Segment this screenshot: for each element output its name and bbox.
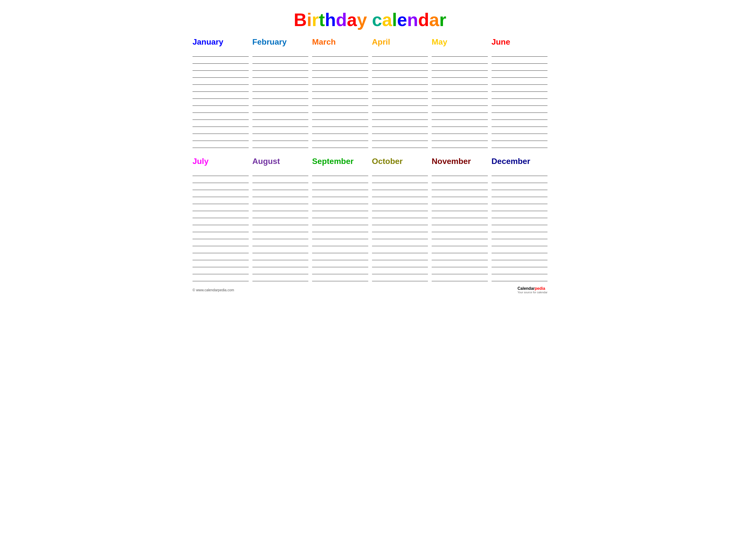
write-line[interactable] <box>192 134 249 141</box>
write-line[interactable] <box>253 211 308 218</box>
write-line[interactable] <box>372 99 428 106</box>
write-line[interactable] <box>432 253 488 260</box>
write-line[interactable] <box>253 134 308 141</box>
write-line[interactable] <box>312 183 368 190</box>
write-line[interactable] <box>372 232 428 239</box>
write-line[interactable] <box>491 218 548 225</box>
write-line[interactable] <box>192 239 249 246</box>
write-line[interactable] <box>372 92 428 99</box>
write-line[interactable] <box>192 197 249 204</box>
write-line[interactable] <box>432 50 488 57</box>
write-line[interactable] <box>312 176 368 183</box>
write-line[interactable] <box>312 232 368 239</box>
write-line[interactable] <box>253 50 308 57</box>
write-line[interactable] <box>372 204 428 211</box>
write-line[interactable] <box>491 190 548 197</box>
write-line[interactable] <box>491 57 548 64</box>
write-line[interactable] <box>253 113 308 120</box>
write-line[interactable] <box>253 274 308 281</box>
write-line[interactable] <box>192 274 249 281</box>
write-line[interactable] <box>491 50 548 57</box>
write-line[interactable] <box>432 239 488 246</box>
write-line[interactable] <box>372 120 428 127</box>
write-line[interactable] <box>372 183 428 190</box>
write-line[interactable] <box>432 71 488 78</box>
write-line[interactable] <box>253 106 308 113</box>
write-line[interactable] <box>312 85 368 92</box>
write-line[interactable] <box>192 50 249 57</box>
write-line[interactable] <box>192 120 249 127</box>
write-line[interactable] <box>253 64 308 71</box>
write-line[interactable] <box>312 50 368 57</box>
write-line[interactable] <box>432 274 488 281</box>
write-line[interactable] <box>432 57 488 64</box>
write-line[interactable] <box>372 239 428 246</box>
write-line[interactable] <box>491 204 548 211</box>
write-line[interactable] <box>253 71 308 78</box>
write-line[interactable] <box>192 92 249 99</box>
write-line[interactable] <box>192 204 249 211</box>
write-line[interactable] <box>253 183 308 190</box>
write-line[interactable] <box>432 232 488 239</box>
write-line[interactable] <box>192 260 249 267</box>
write-line[interactable] <box>432 106 488 113</box>
write-line[interactable] <box>372 85 428 92</box>
write-line[interactable] <box>372 225 428 232</box>
write-line[interactable] <box>312 225 368 232</box>
write-line[interactable] <box>491 141 548 148</box>
write-line[interactable] <box>491 267 548 274</box>
write-line[interactable] <box>312 64 368 71</box>
write-line[interactable] <box>192 211 249 218</box>
write-line[interactable] <box>312 120 368 127</box>
write-line[interactable] <box>372 246 428 253</box>
write-line[interactable] <box>192 190 249 197</box>
write-line[interactable] <box>432 176 488 183</box>
write-line[interactable] <box>491 246 548 253</box>
write-line[interactable] <box>432 85 488 92</box>
write-line[interactable] <box>192 106 249 113</box>
write-line[interactable] <box>253 57 308 64</box>
write-line[interactable] <box>372 57 428 64</box>
write-line[interactable] <box>491 239 548 246</box>
write-line[interactable] <box>491 197 548 204</box>
write-line[interactable] <box>372 211 428 218</box>
write-line[interactable] <box>253 176 308 183</box>
write-line[interactable] <box>253 141 308 148</box>
write-line[interactable] <box>491 134 548 141</box>
write-line[interactable] <box>432 218 488 225</box>
write-line[interactable] <box>312 260 368 267</box>
write-line[interactable] <box>312 204 368 211</box>
write-line[interactable] <box>192 57 249 64</box>
write-line[interactable] <box>372 176 428 183</box>
write-line[interactable] <box>192 232 249 239</box>
write-line[interactable] <box>192 141 249 148</box>
write-line[interactable] <box>192 85 249 92</box>
write-line[interactable] <box>372 260 428 267</box>
write-line[interactable] <box>253 225 308 232</box>
write-line[interactable] <box>312 113 368 120</box>
write-line[interactable] <box>192 246 249 253</box>
write-line[interactable] <box>312 134 368 141</box>
write-line[interactable] <box>491 225 548 232</box>
write-line[interactable] <box>432 225 488 232</box>
write-line[interactable] <box>491 120 548 127</box>
write-line[interactable] <box>253 190 308 197</box>
write-line[interactable] <box>192 113 249 120</box>
write-line[interactable] <box>192 169 249 176</box>
write-line[interactable] <box>312 57 368 64</box>
write-line[interactable] <box>192 127 249 134</box>
write-line[interactable] <box>432 78 488 85</box>
write-line[interactable] <box>312 78 368 85</box>
write-line[interactable] <box>192 176 249 183</box>
write-line[interactable] <box>491 127 548 134</box>
write-line[interactable] <box>432 169 488 176</box>
write-line[interactable] <box>312 190 368 197</box>
write-line[interactable] <box>372 64 428 71</box>
write-line[interactable] <box>253 218 308 225</box>
write-line[interactable] <box>253 232 308 239</box>
write-line[interactable] <box>432 127 488 134</box>
write-line[interactable] <box>432 204 488 211</box>
write-line[interactable] <box>192 267 249 274</box>
write-line[interactable] <box>253 204 308 211</box>
write-line[interactable] <box>432 99 488 106</box>
